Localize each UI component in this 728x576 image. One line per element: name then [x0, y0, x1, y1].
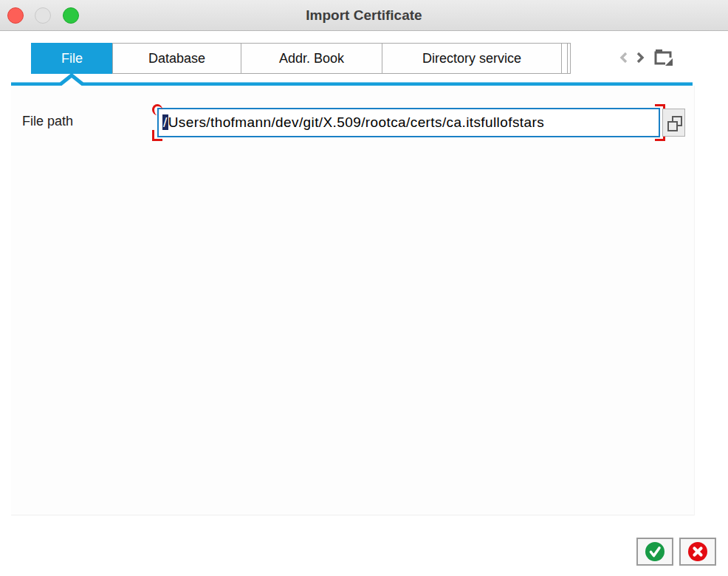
focus-bracket-top-left-icon — [152, 104, 162, 115]
file-path-input[interactable]: /Users/thofmann/dev/git/X.509/rootca/cer… — [157, 108, 660, 137]
focus-bracket-bottom-left-icon — [152, 130, 162, 141]
tab-file[interactable]: File — [31, 43, 113, 74]
detach-tab-icon[interactable] — [653, 47, 675, 68]
zoom-window-button[interactable] — [63, 7, 79, 24]
cancel-button[interactable] — [679, 538, 716, 566]
chevron-right-icon[interactable] — [636, 51, 645, 64]
import-certificate-window: Import Certificate File Database Addr. B… — [0, 0, 728, 576]
tab-directory-service[interactable]: Directory service — [382, 43, 562, 74]
tab-addr-book-label: Addr. Book — [279, 51, 344, 66]
browse-file-button[interactable] — [662, 109, 685, 137]
file-tab-panel — [11, 86, 695, 515]
tab-file-label: File — [61, 51, 83, 66]
close-window-button[interactable] — [7, 7, 24, 24]
tab-database[interactable]: Database — [112, 43, 241, 74]
titlebar: Import Certificate — [0, 0, 728, 31]
overflow-tab-stub — [567, 43, 571, 74]
tab-database-label: Database — [148, 51, 205, 66]
check-circle-icon — [645, 541, 665, 562]
x-circle-icon — [687, 541, 708, 562]
chevron-left-icon[interactable] — [619, 51, 628, 64]
selected-text: / — [162, 114, 168, 130]
file-path-text: Users/thofmann/dev/git/X.509/rootca/cert… — [168, 114, 544, 130]
file-path-input-wrap: /Users/thofmann/dev/git/X.509/rootca/cer… — [157, 108, 660, 137]
tab-addr-book[interactable]: Addr. Book — [241, 43, 382, 74]
tab-bar: File Database Addr. Book Directory servi… — [31, 43, 571, 74]
tab-directory-service-label: Directory service — [422, 51, 521, 66]
tab-nav-controls — [619, 46, 700, 69]
file-path-label: File path — [22, 114, 73, 129]
minimize-window-button[interactable] — [35, 7, 51, 24]
ok-button[interactable] — [636, 538, 673, 566]
window-title: Import Certificate — [0, 0, 728, 30]
